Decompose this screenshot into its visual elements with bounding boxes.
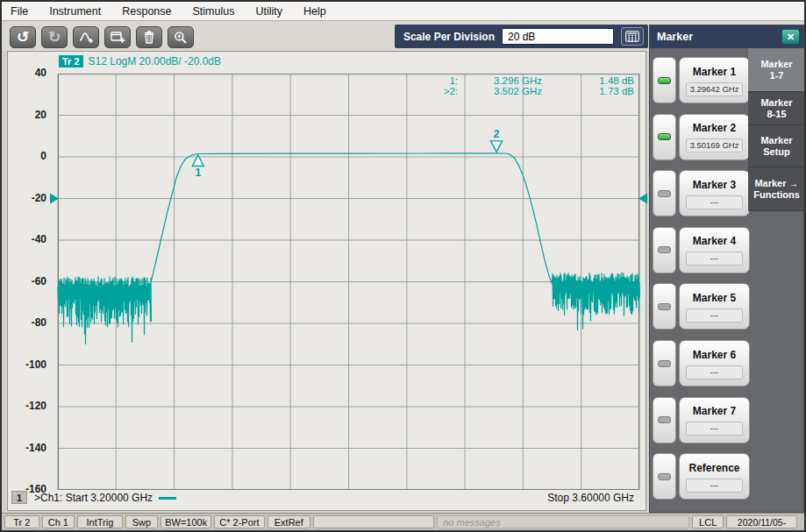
marker-name: Marker 7 xyxy=(680,405,749,417)
menu-item-file[interactable]: File xyxy=(11,5,28,18)
undo-button[interactable]: ↺ xyxy=(10,26,36,48)
y-tick-label: -120 xyxy=(15,400,46,412)
y-tick-label: -100 xyxy=(15,358,46,371)
svg-text:1: 1 xyxy=(195,167,201,179)
marker-name: Marker 2 xyxy=(680,122,749,134)
status-message: no messages xyxy=(437,515,689,528)
marker-value: --- xyxy=(686,195,743,209)
marker-value: --- xyxy=(686,365,743,379)
trace-info: S12 LogM 20.00dB/ -20.0dB xyxy=(89,55,221,67)
marker-readout-row: 1:3.296 GHz1.48 dB xyxy=(435,75,634,86)
scale-per-division-bar: Scale Per Division xyxy=(395,25,648,48)
keypad-icon xyxy=(625,31,639,42)
status-empty-segment xyxy=(313,515,434,528)
led-off-icon xyxy=(658,303,671,310)
marker-enable-toggle-1[interactable] xyxy=(653,57,676,103)
undo-icon: ↺ xyxy=(17,30,29,45)
delete-button[interactable] xyxy=(136,26,162,48)
marker-enable-toggle-2[interactable] xyxy=(653,114,676,160)
status-lcl[interactable]: LCL xyxy=(692,515,724,528)
marker-value: 3.50169 GHz xyxy=(686,138,743,153)
marker-button-marker-4[interactable]: Marker 4--- xyxy=(679,227,750,273)
status-bar: Tr 2Ch 1IntTrigSwpBW=100kC* 2-PortExtRef… xyxy=(2,513,804,530)
zoom-icon xyxy=(174,31,188,45)
marker-value: --- xyxy=(686,479,743,493)
redo-icon: ↻ xyxy=(48,30,61,45)
marker-panel: Marker ✕ Marker 13.29642 GHzMarker 23.50… xyxy=(649,25,804,513)
menu-item-response[interactable]: Response xyxy=(122,5,171,18)
redo-button[interactable]: ↻ xyxy=(41,26,68,48)
marker-button-marker-3[interactable]: Marker 3--- xyxy=(679,170,750,216)
marker-readouts: 1:3.296 GHz1.48 dB>2:3.502 GHz1.73 dB xyxy=(435,75,634,96)
led-off-icon xyxy=(658,190,671,197)
led-on-icon xyxy=(658,77,671,84)
add-trace-icon xyxy=(79,31,94,44)
menu-item-instrument[interactable]: Instrument xyxy=(49,5,101,18)
delete-icon xyxy=(143,31,155,44)
x-axis-start-label: >Ch1: Start 3.20000 GHz xyxy=(34,492,176,504)
marker-value: --- xyxy=(686,252,743,266)
marker-value: 3.29642 GHz xyxy=(686,82,743,96)
channel-badge[interactable]: 1 xyxy=(11,491,27,504)
marker-enable-toggle-4[interactable] xyxy=(653,227,676,273)
marker-tab-4[interactable]: Marker →Functions xyxy=(748,167,805,211)
marker-tab-2[interactable]: Marker8-15 xyxy=(748,92,805,125)
scale-per-division-input[interactable] xyxy=(502,28,614,45)
marker-button-marker-5[interactable]: Marker 5--- xyxy=(679,283,750,330)
led-off-icon xyxy=(658,416,671,423)
marker-enable-toggle-8[interactable] xyxy=(653,453,676,500)
marker-name: Marker 1 xyxy=(680,66,749,78)
scale-per-division-label: Scale Per Division xyxy=(403,31,495,43)
y-tick-label: -40 xyxy=(15,233,46,245)
marker-enable-toggle-5[interactable] xyxy=(653,283,676,330)
y-tick-label: 20 xyxy=(15,109,46,121)
trace-info-row: Tr 2 S12 LogM 20.00dB/ -20.0dB xyxy=(59,54,221,68)
trace-color-legend xyxy=(159,497,176,500)
marker-tab-1[interactable]: Marker1-7 xyxy=(748,48,805,92)
marker-enable-toggle-6[interactable] xyxy=(653,340,676,387)
marker-name: Marker 5 xyxy=(680,292,749,304)
marker-name: Reference xyxy=(680,462,749,474)
menu-item-stimulus[interactable]: Stimulus xyxy=(193,5,235,18)
add-window-button[interactable] xyxy=(104,26,131,48)
graticule-and-trace: 12 xyxy=(49,74,647,490)
marker-panel-title: Marker xyxy=(657,31,693,43)
marker-button-marker-1[interactable]: Marker 13.29642 GHz xyxy=(679,57,750,103)
marker-button-marker-6[interactable]: Marker 6--- xyxy=(679,340,750,387)
y-tick-label: 40 xyxy=(15,67,46,79)
status-segment-inttrig[interactable]: IntTrig xyxy=(77,515,122,528)
status-segment-swp[interactable]: Swp xyxy=(125,515,159,528)
y-tick-label: -140 xyxy=(15,442,46,454)
status-segment-bw-100k[interactable]: BW=100k xyxy=(160,515,211,528)
y-tick-label: 0 xyxy=(15,150,46,162)
marker-name: Marker 3 xyxy=(680,179,749,191)
menu-item-utility[interactable]: Utility xyxy=(255,5,282,18)
led-off-icon xyxy=(658,473,671,480)
status-segment-tr-2[interactable]: Tr 2 xyxy=(4,515,39,528)
marker-button-marker-7[interactable]: Marker 7--- xyxy=(679,397,750,443)
status-segment-ch-1[interactable]: Ch 1 xyxy=(42,515,75,528)
status-segment-c-2-port[interactable]: C* 2-Port xyxy=(214,515,264,528)
status-datetime: 2020/11/05-14:07 xyxy=(726,515,797,528)
marker-tab-3[interactable]: MarkerSetup xyxy=(748,125,805,167)
x-axis-stop-label: Stop 3.60000 GHz xyxy=(547,492,634,504)
marker-enable-toggle-3[interactable] xyxy=(653,170,676,216)
marker-enable-toggle-7[interactable] xyxy=(653,397,676,443)
led-off-icon xyxy=(658,360,671,367)
marker-panel-header: Marker ✕ xyxy=(650,25,803,48)
menu-item-help[interactable]: Help xyxy=(303,5,326,18)
toolbar-buttons: ↺↻ xyxy=(10,26,194,48)
add-window-icon xyxy=(111,31,125,44)
marker-readout-row: >2:3.502 GHz1.73 dB xyxy=(435,86,634,96)
zoom-button[interactable] xyxy=(168,26,194,48)
start-frequency-text: >Ch1: Start 3.20000 GHz xyxy=(34,492,153,504)
status-segment-extref[interactable]: ExtRef xyxy=(267,515,310,528)
keypad-button[interactable] xyxy=(621,27,644,46)
trace-badge[interactable]: Tr 2 xyxy=(59,55,83,67)
close-icon[interactable]: ✕ xyxy=(781,29,800,45)
marker-value: --- xyxy=(686,309,743,323)
marker-button-marker-2[interactable]: Marker 23.50169 GHz xyxy=(679,114,750,160)
marker-button-reference[interactable]: Reference--- xyxy=(679,453,750,500)
add-trace-button[interactable] xyxy=(73,26,99,48)
marker-value: --- xyxy=(686,422,743,436)
